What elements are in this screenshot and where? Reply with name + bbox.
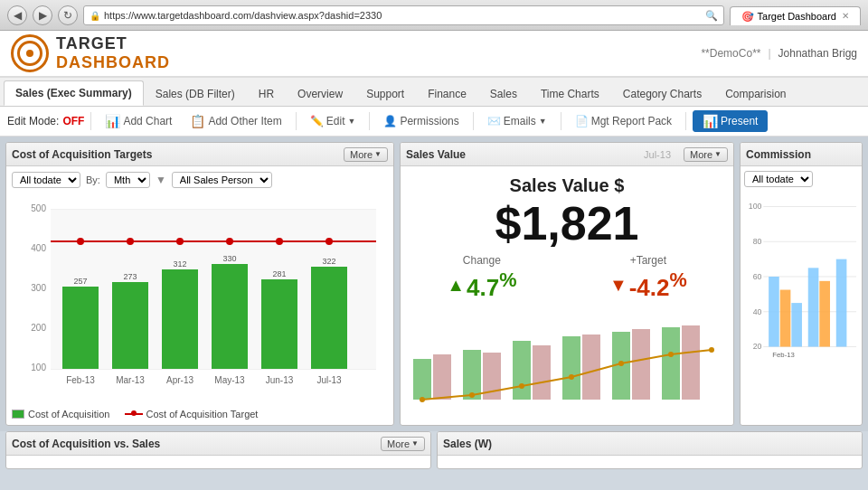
tab-hr[interactable]: HR [247, 81, 286, 106]
change-label: Change [447, 254, 516, 267]
sales-w-header: Sales (W) [438, 432, 862, 456]
edit-icon: ✏️ [310, 115, 324, 127]
bar-apr [162, 269, 198, 369]
sales-value-display: Sales Value $ $1,821 [401, 166, 733, 247]
emails-button[interactable]: ✉️ Emails ▼ [480, 111, 554, 131]
sales-value-title: Sales Value [406, 148, 466, 161]
sales-value-more-button[interactable]: More [684, 147, 728, 162]
add-chart-label: Add Chart [123, 115, 172, 127]
sales-value-panel: Sales Value Jul-13 More Sales Value $ $1… [400, 142, 734, 426]
logo-target-text: TARGET [56, 34, 170, 53]
tab-favicon: 🎯 [741, 11, 752, 22]
cost-acquisition-header: Cost of Acquisition Targets More [6, 143, 393, 166]
cost-acquisition-chart: 500 400 300 200 100 257 [12, 193, 388, 401]
tab-time-charts[interactable]: Time Charts [529, 81, 611, 106]
browser-chrome: ◀ ▶ ↻ 🔒 https://www.targetdashboard.com/… [0, 0, 868, 31]
app-header: TARGET DASHBOARD **DemoCo** | Johnathan … [0, 31, 868, 78]
logo-dot [26, 50, 33, 57]
commission-filter-select[interactable]: All todate [744, 171, 813, 187]
tab-overview[interactable]: Overview [286, 81, 354, 106]
edit-mode-value: OFF [62, 115, 84, 127]
svg-point-44 [519, 383, 524, 389]
present-label: Present [721, 115, 758, 127]
filter-all-todate-select[interactable]: All todate [12, 172, 80, 188]
svg-rect-59 [769, 277, 779, 347]
add-other-button[interactable]: 📋 Add Other Item [183, 110, 288, 132]
svg-text:281: 281 [272, 269, 286, 278]
svg-text:257: 257 [73, 277, 87, 286]
nav-tabs: Sales (Exec Summary) Sales (DB Filter) H… [0, 78, 868, 107]
emails-label: Emails [504, 115, 536, 127]
toolbar-separator-1 [90, 112, 91, 130]
svg-point-18 [77, 238, 84, 245]
toolbar-separator-4 [473, 112, 474, 130]
svg-point-45 [569, 374, 574, 380]
svg-text:Mar-13: Mar-13 [116, 375, 145, 385]
sales-chart-svg [401, 309, 733, 409]
svg-text:312: 312 [173, 259, 186, 269]
back-button[interactable]: ◀ [7, 5, 27, 25]
pdf-icon: 📄 [575, 115, 589, 127]
filter-funnel-icon: ▼ [156, 174, 166, 186]
change-metric: Change ▲ 4.7% [447, 254, 516, 302]
mgt-report-button[interactable]: 📄 Mgt Report Pack [568, 111, 679, 131]
present-icon: 📊 [703, 114, 718, 128]
permissions-button[interactable]: 👤 Permissions [376, 111, 466, 131]
bar-jul [311, 267, 347, 369]
svg-text:300: 300 [31, 283, 46, 293]
svg-rect-62 [808, 268, 819, 346]
sales-amount: $1,821 [401, 200, 733, 247]
commission-filter: All todate [744, 170, 858, 187]
svg-text:322: 322 [322, 257, 335, 266]
refresh-button[interactable]: ↻ [58, 5, 78, 25]
tab-category-charts[interactable]: Category Charts [611, 81, 713, 106]
add-chart-button[interactable]: 📊 Add Chart [98, 110, 179, 132]
svg-point-43 [469, 392, 475, 398]
tab-comparision[interactable]: Comparision [713, 81, 797, 106]
svg-text:330: 330 [222, 254, 236, 263]
tab-bar: 🎯 Target Dashboard ✕ [730, 6, 861, 25]
target-label: +Target [609, 254, 687, 267]
svg-point-47 [668, 352, 674, 357]
address-bar[interactable]: 🔒 https://www.targetdashboard.com/dashvi… [83, 5, 724, 25]
filter-bar: All todate By: Mth ▼ All Sales Person [12, 172, 388, 188]
filter-mth-select[interactable]: Mth [106, 172, 150, 188]
svg-rect-64 [836, 259, 847, 347]
svg-rect-31 [433, 354, 451, 400]
present-button[interactable]: 📊 Present [693, 110, 768, 132]
forward-button[interactable]: ▶ [33, 5, 52, 25]
add-chart-icon: 📊 [105, 114, 120, 128]
sales-mini-chart [401, 309, 733, 409]
tab-close-button[interactable]: ✕ [842, 11, 849, 21]
legend-line-item: Cost of Acquisition Target [125, 409, 259, 419]
mgt-report-label: Mgt Report Pack [591, 115, 672, 127]
change-value: 4.7% [467, 269, 516, 302]
filter-person-select[interactable]: All Sales Person [172, 172, 272, 188]
svg-rect-36 [562, 336, 580, 400]
tab-sales-db[interactable]: Sales (DB Filter) [144, 81, 247, 106]
svg-point-22 [276, 238, 283, 245]
legend-bar-label: Cost of Acquisition [28, 409, 110, 419]
tab-sales-exec[interactable]: Sales (Exec Summary) [4, 80, 144, 106]
svg-text:Apr-13: Apr-13 [166, 375, 193, 385]
header-user-area: **DemoCo** | Johnathan Brigg [701, 47, 857, 60]
main-content: Cost of Acquisition Targets More All tod… [0, 137, 868, 431]
change-arrow-up: ▲ [447, 275, 465, 296]
target-value-group: ▼ -4.2% [609, 269, 687, 302]
tab-sales[interactable]: Sales [478, 81, 529, 106]
svg-text:20: 20 [753, 342, 762, 351]
cost-acquisition-more-button[interactable]: More [344, 147, 388, 162]
edit-button[interactable]: ✏️ Edit ▼ [303, 111, 363, 131]
cost-acquisition-title: Cost of Acquisition Targets [12, 148, 152, 161]
svg-text:Feb-13: Feb-13 [772, 351, 795, 359]
sales-w-panel: Sales (W) [437, 431, 863, 469]
toolbar: Edit Mode: OFF 📊 Add Chart 📋 Add Other I… [0, 107, 868, 137]
tab-support[interactable]: Support [354, 81, 416, 106]
tab-finance[interactable]: Finance [416, 81, 478, 106]
cost-acquisition-panel: Cost of Acquisition Targets More All tod… [5, 142, 394, 426]
cost-vs-sales-more-button[interactable]: More [381, 437, 425, 451]
svg-text:200: 200 [31, 323, 46, 333]
cost-vs-sales-panel: Cost of Acquisition vs. Sales More [5, 431, 431, 469]
browser-tab[interactable]: 🎯 Target Dashboard ✕ [730, 6, 861, 25]
toolbar-separator-3 [369, 112, 370, 130]
